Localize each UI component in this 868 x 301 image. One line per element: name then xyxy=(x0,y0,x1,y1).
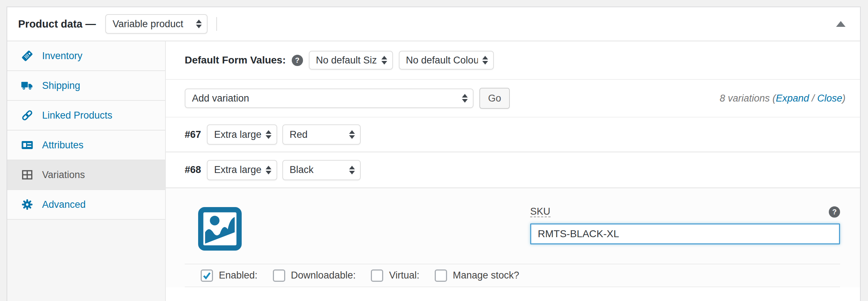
select-arrows-icon xyxy=(349,130,355,139)
expand-link[interactable]: Expand xyxy=(776,93,809,104)
enabled-label: Enabled: xyxy=(219,270,258,281)
check-icon xyxy=(202,270,212,281)
sku-input[interactable] xyxy=(530,223,840,244)
collapse-panel-button[interactable] xyxy=(832,17,849,30)
default-size-select[interactable]: No default Size… xyxy=(309,51,393,70)
sku-help-icon[interactable]: ? xyxy=(829,206,840,218)
tab-label: Shipping xyxy=(42,80,80,91)
link-icon xyxy=(21,109,33,121)
downloadable-checkbox[interactable] xyxy=(273,269,285,282)
enabled-checkbox-group[interactable]: Enabled: xyxy=(201,269,258,282)
tab-attributes[interactable]: Attributes xyxy=(7,131,165,160)
close-link[interactable]: Close xyxy=(817,93,842,104)
virtual-checkbox[interactable] xyxy=(371,269,383,282)
variations-count: 8 variations (Expand / Close) xyxy=(720,93,846,104)
variation-68-colour-value: Black xyxy=(290,164,345,176)
variation-67-size-select[interactable]: Extra large xyxy=(207,124,277,145)
product-type-value: Variable product xyxy=(112,18,192,30)
product-data-panel: Product data — Variable product xyxy=(7,7,861,301)
variations-toolbar: Add variation Go 8 variations (Expand / … xyxy=(166,80,860,117)
manage-stock-label: Manage stock? xyxy=(453,270,519,281)
tab-label: Linked Products xyxy=(42,110,112,121)
truck-icon xyxy=(21,79,33,92)
variation-action-value: Add variation xyxy=(192,93,458,104)
go-button[interactable]: Go xyxy=(479,88,510,109)
variation-67-colour-select[interactable]: Red xyxy=(282,124,361,145)
help-icon[interactable]: ? xyxy=(292,55,303,66)
paren-close: ) xyxy=(842,93,846,104)
image-placeholder-icon xyxy=(198,206,242,251)
select-arrows-icon xyxy=(462,94,468,103)
variation-action-select[interactable]: Add variation xyxy=(185,88,474,108)
card-icon xyxy=(21,139,33,151)
variation-68-size-value: Extra large xyxy=(214,164,261,176)
variations-count-text: 8 variations ( xyxy=(720,93,776,104)
gear-icon xyxy=(21,198,33,211)
tab-label: Inventory xyxy=(42,50,82,62)
variation-67-colour-value: Red xyxy=(290,129,345,140)
variation-68-size-select[interactable]: Extra large xyxy=(207,160,277,180)
downloadable-label: Downloadable: xyxy=(291,270,356,281)
variation-id: #68 xyxy=(185,164,201,176)
panel-header: Product data — Variable product xyxy=(7,7,860,41)
expand-close-separator: / xyxy=(809,93,817,104)
tag-icon xyxy=(21,50,33,62)
tab-label: Attributes xyxy=(42,140,83,151)
tab-inventory[interactable]: Inventory xyxy=(7,41,165,71)
panel-title: Product data — xyxy=(18,18,96,30)
default-form-values-label: Default Form Values: xyxy=(185,54,286,66)
variation-id: #67 xyxy=(185,129,201,140)
collapse-arrow-icon xyxy=(836,21,846,27)
tab-label: Advanced xyxy=(42,199,86,210)
sku-field-block: SKU ? xyxy=(530,206,840,264)
sku-label: SKU xyxy=(530,206,550,217)
select-arrows-icon xyxy=(266,130,271,139)
variation-form: SKU ? Enabled: xyxy=(166,188,860,287)
tab-shipping[interactable]: Shipping xyxy=(7,71,165,101)
variation-68-colour-select[interactable]: Black xyxy=(282,160,361,180)
default-colour-select[interactable]: No default Colour… xyxy=(399,51,494,70)
variation-row-68: #68 Extra large Black xyxy=(166,152,860,188)
select-arrows-icon xyxy=(196,20,202,28)
manage-stock-checkbox[interactable] xyxy=(435,269,447,282)
variation-67-size-value: Extra large xyxy=(214,129,261,140)
grid-icon xyxy=(21,169,33,181)
tab-label: Variations xyxy=(42,169,85,181)
tab-advanced[interactable]: Advanced xyxy=(7,190,165,220)
default-colour-value: No default Colour… xyxy=(406,55,478,66)
virtual-label: Virtual: xyxy=(389,270,419,281)
manage-stock-checkbox-group[interactable]: Manage stock? xyxy=(435,269,519,282)
variation-options-row: Enabled: Downloadable: xyxy=(185,264,840,287)
variation-row-67: #67 Extra large Red xyxy=(166,117,860,152)
select-arrows-icon xyxy=(266,166,271,174)
enabled-checkbox[interactable] xyxy=(201,269,213,282)
variation-image-upload[interactable] xyxy=(198,206,242,251)
tab-variations[interactable]: Variations xyxy=(7,160,165,190)
virtual-checkbox-group[interactable]: Virtual: xyxy=(371,269,419,282)
downloadable-checkbox-group[interactable]: Downloadable: xyxy=(273,269,356,282)
select-arrows-icon xyxy=(381,56,387,65)
select-arrows-icon xyxy=(349,166,355,174)
default-size-value: No default Size… xyxy=(316,55,377,66)
select-arrows-icon xyxy=(482,56,488,65)
product-type-select[interactable]: Variable product xyxy=(105,14,208,34)
variations-panel: Default Form Values: ? No default Size… … xyxy=(166,41,860,301)
tab-linked-products[interactable]: Linked Products xyxy=(7,101,165,131)
header-divider xyxy=(216,17,217,31)
default-form-values-row: Default Form Values: ? No default Size… … xyxy=(166,41,860,80)
product-data-tabs: Inventory Shipping xyxy=(7,41,166,301)
